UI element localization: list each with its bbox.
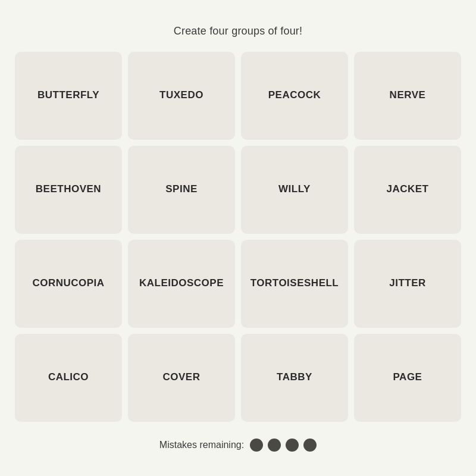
tile-page[interactable]: PAGE	[354, 334, 461, 422]
tile-label-cornucopia: CORNUCOPIA	[27, 273, 109, 294]
tile-label-calico: CALICO	[43, 367, 93, 388]
tile-label-jacket: JACKET	[381, 178, 433, 200]
tile-cover[interactable]: COVER	[128, 334, 235, 422]
tile-cornucopia[interactable]: CORNUCOPIA	[15, 240, 122, 328]
tile-label-peacock: PEACOCK	[264, 84, 326, 106]
mistakes-dots	[250, 439, 317, 452]
tile-jitter[interactable]: JITTER	[354, 240, 461, 328]
game-subtitle: Create four groups of four!	[174, 25, 303, 37]
mistakes-area: Mistakes remaining:	[159, 439, 317, 452]
tile-label-tuxedo: TUXEDO	[155, 84, 208, 106]
tile-kaleidoscope[interactable]: KALEIDOSCOPE	[128, 240, 235, 328]
mistake-dot-1	[250, 439, 263, 452]
tile-label-butterfly: BUTTERFLY	[33, 84, 104, 106]
tile-label-beethoven: BEETHOVEN	[31, 178, 106, 200]
tile-butterfly[interactable]: BUTTERFLY	[15, 52, 122, 140]
mistake-dot-3	[286, 439, 299, 452]
tile-tuxedo[interactable]: TUXEDO	[128, 52, 235, 140]
tile-grid: BUTTERFLYTUXEDOPEACOCKNERVEBEETHOVENSPIN…	[15, 52, 461, 422]
tile-label-tortoiseshell: TORTOISESHELL	[246, 273, 344, 294]
tile-nerve[interactable]: NERVE	[354, 52, 461, 140]
tile-peacock[interactable]: PEACOCK	[241, 52, 348, 140]
tile-tortoiseshell[interactable]: TORTOISESHELL	[241, 240, 348, 328]
tile-willy[interactable]: WILLY	[241, 146, 348, 234]
tile-calico[interactable]: CALICO	[15, 334, 122, 422]
tile-label-tabby: TABBY	[272, 367, 317, 388]
tile-label-kaleidoscope: KALEIDOSCOPE	[134, 273, 228, 294]
tile-label-jitter: JITTER	[384, 273, 431, 294]
tile-jacket[interactable]: JACKET	[354, 146, 461, 234]
tile-spine[interactable]: SPINE	[128, 146, 235, 234]
mistake-dot-2	[268, 439, 281, 452]
tile-tabby[interactable]: TABBY	[241, 334, 348, 422]
tile-label-willy: WILLY	[274, 178, 315, 200]
tile-label-page: PAGE	[389, 367, 427, 388]
mistake-dot-4	[303, 439, 317, 452]
tile-beethoven[interactable]: BEETHOVEN	[15, 146, 122, 234]
tile-label-nerve: NERVE	[385, 84, 431, 106]
tile-label-cover: COVER	[158, 367, 205, 388]
tile-label-spine: SPINE	[161, 178, 202, 200]
mistakes-label: Mistakes remaining:	[159, 440, 244, 450]
